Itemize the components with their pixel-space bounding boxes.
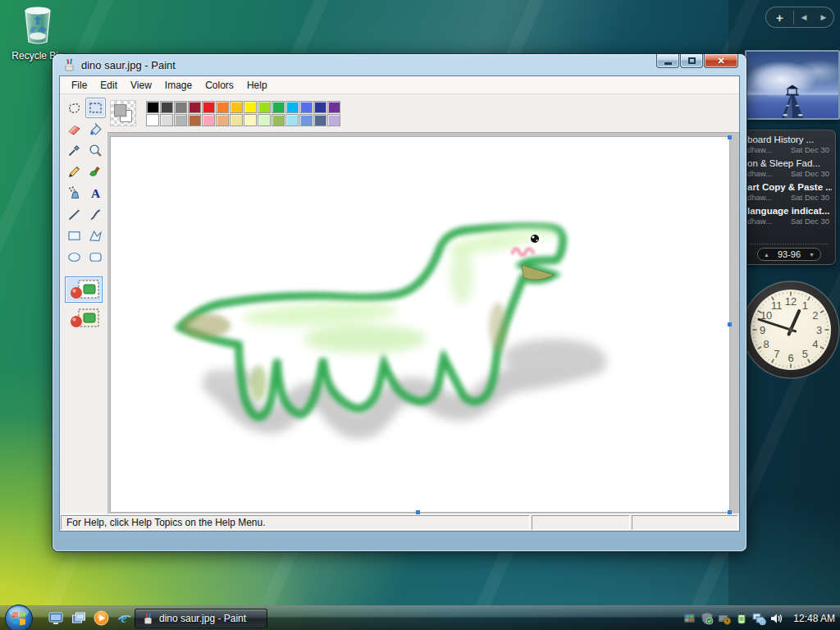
selection-option-opaque[interactable] — [65, 276, 103, 303]
next-gadget-icon[interactable]: ▶ — [814, 13, 833, 21]
taskbar-clock[interactable]: 12:48 AM — [793, 613, 835, 624]
tool-select-icon[interactable] — [85, 98, 106, 118]
sidebar-controls: + ◀ ▶ — [765, 7, 834, 28]
color-swatch[interactable] — [174, 101, 187, 113]
canvas-resize-handle-bottom[interactable] — [416, 510, 420, 514]
recycle-bin[interactable]: Recycle Bin — [7, 5, 69, 62]
color-swatch[interactable] — [188, 114, 201, 126]
clock-gadget[interactable]: 121234567891011 — [740, 279, 840, 381]
canvas-resize-handle-top-right[interactable] — [728, 135, 732, 139]
opaque-selection-icon — [66, 278, 101, 301]
color-swatch[interactable] — [258, 114, 271, 126]
color-swatch[interactable] — [313, 114, 326, 126]
color-swatch[interactable] — [230, 114, 243, 126]
paint-canvas[interactable] — [111, 137, 729, 512]
add-gadget-button[interactable]: + — [766, 11, 794, 25]
menu-file[interactable]: File — [65, 77, 94, 94]
tool-rectangle-icon[interactable] — [64, 226, 84, 246]
analog-clock-icon: 121234567891011 — [740, 279, 840, 381]
color-swatch[interactable] — [202, 101, 215, 113]
color-swatch[interactable] — [285, 114, 299, 126]
svg-text:8: 8 — [764, 338, 769, 350]
tool-airbrush-icon[interactable] — [64, 183, 84, 203]
color-swatch[interactable] — [216, 114, 229, 126]
minimize-icon — [664, 62, 672, 65]
tool-polygon-icon[interactable] — [85, 226, 106, 246]
color-swatch[interactable] — [327, 101, 340, 113]
menu-edit[interactable]: Edit — [94, 77, 124, 94]
media-player-icon[interactable] — [94, 610, 109, 626]
selection-option-transparent[interactable] — [65, 305, 103, 331]
slideshow-gadget[interactable] — [745, 50, 840, 120]
canvas-resize-handle-right[interactable] — [728, 322, 732, 326]
color-swatch[interactable] — [174, 114, 187, 126]
color-swatch[interactable] — [202, 114, 215, 126]
menu-help[interactable]: Help — [240, 77, 274, 94]
dinosaur-drawing — [111, 137, 729, 512]
color-swatch[interactable] — [188, 101, 201, 113]
menu-view[interactable]: View — [124, 77, 158, 94]
color-swatch[interactable] — [272, 101, 285, 113]
tool-rounded-rectangle-icon[interactable] — [85, 247, 106, 267]
taskbar-button-paint[interactable]: dino saur.jpg - Paint — [135, 609, 267, 628]
color-swatch[interactable] — [146, 101, 159, 113]
color-swatch[interactable] — [244, 101, 257, 113]
prev-gadget-icon[interactable]: ◀ — [794, 13, 814, 21]
feed-item[interactable]: board History ...dhaw...Sat Dec 30 — [747, 135, 832, 154]
tool-ellipse-icon[interactable] — [64, 247, 84, 267]
menu-colors[interactable]: Colors — [199, 77, 240, 94]
color-swatch[interactable] — [299, 114, 313, 126]
network-icon[interactable] — [752, 612, 766, 625]
power-plug-icon[interactable] — [735, 612, 748, 625]
show-desktop-icon[interactable] — [48, 610, 63, 626]
feed-gadget: board History ...dhaw...Sat Dec 30on & S… — [742, 130, 836, 265]
transparent-selection-icon — [66, 307, 101, 330]
canvas-resize-handle-bottom-right[interactable] — [728, 510, 732, 514]
feed-item[interactable]: on & Sleep Fad...dhaw...Sat Dec 30 — [747, 158, 832, 178]
close-button[interactable]: ✕ — [704, 54, 738, 68]
tool-pick-color-icon[interactable] — [64, 140, 84, 161]
tool-fill-with-color-icon[interactable] — [85, 119, 106, 139]
color-swatch[interactable] — [272, 114, 285, 126]
tool-brush-icon[interactable] — [85, 162, 106, 182]
feed-item-title: board History ... — [747, 135, 832, 144]
tool-curve-icon[interactable] — [85, 204, 106, 225]
color-swatch[interactable] — [327, 114, 340, 126]
tool-line-icon[interactable] — [64, 204, 84, 225]
tool-eraser-icon[interactable] — [64, 119, 84, 139]
color-swatch[interactable] — [244, 114, 257, 126]
switch-windows-icon[interactable] — [71, 610, 86, 626]
feed-page-up-icon[interactable]: ▲ — [764, 252, 769, 258]
menu-image[interactable]: Image — [158, 77, 199, 94]
color-swatch[interactable] — [313, 101, 326, 113]
color-swatch[interactable] — [285, 101, 299, 113]
tool-pencil-icon[interactable] — [64, 162, 84, 182]
feed-page-down-icon[interactable]: ▼ — [809, 252, 815, 258]
feed-item[interactable]: language indicat...dhaw...Sat Dec 30 — [747, 206, 832, 226]
recycle-bin-icon — [19, 5, 57, 46]
start-button[interactable] — [4, 604, 34, 630]
minimize-button[interactable] — [656, 54, 679, 68]
tool-text-icon[interactable]: A — [85, 183, 106, 203]
volume-icon[interactable] — [770, 612, 784, 625]
title-bar[interactable]: dino saur.jpg - Paint ✕ — [59, 54, 740, 75]
tool-grid: A — [64, 98, 106, 267]
color-swatch[interactable] — [216, 101, 229, 113]
color-swatch[interactable] — [160, 101, 173, 113]
color-swatch[interactable] — [230, 101, 243, 113]
color-swatch[interactable] — [160, 114, 173, 126]
foreground-color-well[interactable] — [114, 104, 126, 116]
internet-explorer-icon[interactable]: e — [116, 610, 132, 626]
status-help-text: For Help, click Help Topics on the Help … — [61, 515, 530, 530]
maximize-button[interactable] — [680, 54, 703, 68]
language-lock-icon[interactable] — [718, 612, 731, 625]
color-swatch[interactable] — [146, 114, 159, 126]
feed-item[interactable]: art Copy & Paste ...dhaw...Sat Dec 30 — [747, 182, 832, 202]
color-swatch[interactable] — [258, 101, 271, 113]
color-swatch[interactable] — [299, 101, 313, 113]
tool-magnifier-icon[interactable] — [85, 140, 106, 161]
display-settings-icon[interactable] — [683, 612, 696, 625]
security-shield-icon[interactable] — [701, 612, 714, 625]
tool-free-form-select-icon[interactable] — [64, 98, 84, 118]
svg-text:3: 3 — [816, 324, 822, 336]
